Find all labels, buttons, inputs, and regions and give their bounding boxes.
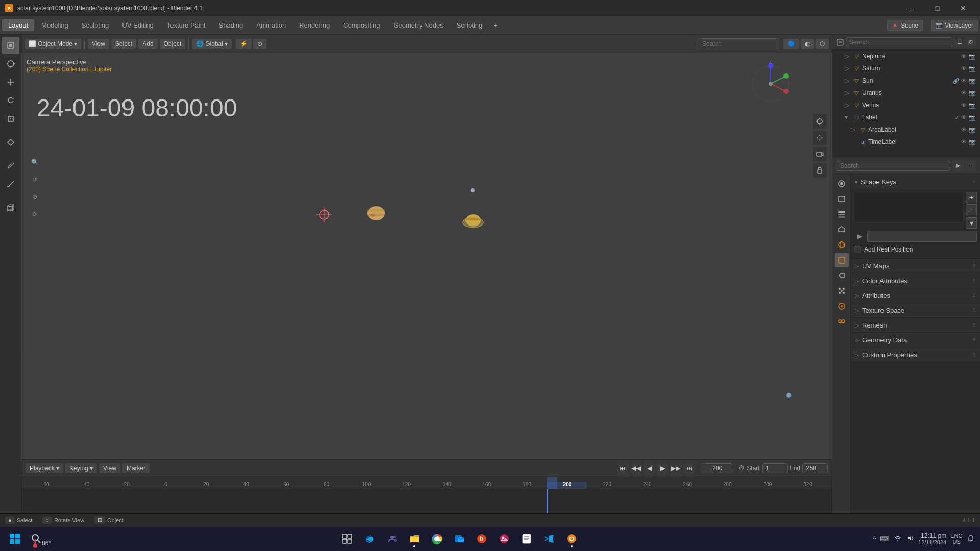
jump-to-start-button[interactable]: ⏮ xyxy=(617,463,628,474)
timeline-view-button[interactable]: View xyxy=(99,463,120,473)
photos-button[interactable] xyxy=(495,529,514,548)
wifi-icon[interactable] xyxy=(894,534,902,544)
object-mode-dropdown[interactable]: ⬜ Object Mode ▾ xyxy=(24,39,81,49)
end-frame-input[interactable] xyxy=(802,463,828,473)
outlook-button[interactable] xyxy=(450,529,469,548)
add-menu-button[interactable]: Add xyxy=(138,39,157,49)
workspace-tab-modeling[interactable]: Modeling xyxy=(35,19,75,31)
visibility-icon[interactable]: 👁 xyxy=(961,114,967,120)
render-icon[interactable]: 📷 xyxy=(969,139,976,145)
visibility-icon[interactable]: 👁 xyxy=(961,90,967,96)
current-frame-display[interactable]: 200 xyxy=(702,463,732,473)
remesh-header[interactable]: ▷ Remesh ⠿ xyxy=(851,318,980,332)
outliner-item-saturn[interactable]: ▷ ▽ Saturn 👁 📷 xyxy=(832,62,980,74)
edge-button[interactable] xyxy=(360,529,379,548)
scene-props-button[interactable] xyxy=(835,222,849,237)
workspace-tab-layout[interactable]: Layout xyxy=(2,19,34,31)
play-button[interactable]: ▶ xyxy=(657,463,668,474)
particle-props-button[interactable] xyxy=(835,284,849,298)
outliner-options-button[interactable]: ⚙ xyxy=(966,37,976,47)
attributes-header[interactable]: ▷ Attributes ⠿ xyxy=(851,288,980,303)
scene-selector[interactable]: 🔺 Scene xyxy=(887,20,923,31)
move-tool-button[interactable] xyxy=(2,73,19,91)
texture-space-header[interactable]: ▷ Texture Space ⠿ xyxy=(851,303,980,317)
search-input[interactable] xyxy=(698,38,779,49)
add-cube-button[interactable] xyxy=(2,199,19,216)
outliner-filter-button[interactable]: ☰ xyxy=(954,37,965,47)
timeline-ruler[interactable]: -60 -40 -20 0 20 40 60 80 100 120 140 16… xyxy=(21,477,832,489)
snap-button[interactable]: ⚡ xyxy=(236,39,252,49)
vscode-button[interactable] xyxy=(540,529,559,548)
bing-button[interactable]: b xyxy=(472,529,492,548)
render-icon[interactable]: 📷 xyxy=(969,102,976,109)
play-backwards-button[interactable]: ◀◀ xyxy=(630,463,642,474)
shape-keys-scrub[interactable] xyxy=(867,231,977,242)
constraint-props-button[interactable] xyxy=(835,314,849,329)
shape-keys-header[interactable]: ▾ Shape Keys ⠿ xyxy=(851,174,980,189)
visibility-icon[interactable]: 👁 xyxy=(961,65,967,71)
properties-search-input[interactable] xyxy=(837,161,950,171)
render-icon[interactable]: 📷 xyxy=(969,90,976,96)
jump-to-end-button[interactable]: ⏭ xyxy=(683,463,695,474)
playback-menu-button[interactable]: Playback ▾ xyxy=(26,463,63,473)
remove-shape-key-button[interactable]: − xyxy=(966,204,977,215)
file-explorer-button[interactable] xyxy=(405,529,424,548)
cursor-tool-button[interactable] xyxy=(2,55,19,72)
color-attributes-header[interactable]: ▷ Color Attributes ⠿ xyxy=(851,273,980,288)
outliner-item-uranus[interactable]: ▷ ▽ Uranus 👁 📷 xyxy=(832,87,980,99)
start-button[interactable] xyxy=(5,529,24,548)
render-icon[interactable]: 📷 xyxy=(969,114,976,121)
uv-maps-header[interactable]: ▷ UV Maps ⠿ xyxy=(851,259,980,273)
annotate-tool-button[interactable] xyxy=(2,157,19,174)
render-icon[interactable]: 📷 xyxy=(969,127,976,133)
close-button[interactable]: ✕ xyxy=(951,0,975,16)
outliner-item-neptune[interactable]: ▷ ▽ Neptune 👁 📷 xyxy=(832,50,980,62)
workspace-tab-rendering[interactable]: Rendering xyxy=(293,19,336,31)
select-tool-button[interactable] xyxy=(2,37,19,54)
notification-button[interactable] xyxy=(967,534,975,544)
visibility-icon[interactable]: 👁 xyxy=(961,78,967,84)
custom-properties-header[interactable]: ▷ Custom Properties ⠿ xyxy=(851,347,980,362)
keyboard-icon[interactable]: ⌨ xyxy=(880,535,890,543)
render-icon[interactable]: 📷 xyxy=(969,65,976,72)
system-time[interactable]: 12:11 pm 12/11/2024 xyxy=(918,532,946,545)
render-icon[interactable]: 📷 xyxy=(969,78,976,84)
check-icon[interactable]: ✓ xyxy=(955,115,959,120)
scale-tool-button[interactable] xyxy=(2,110,19,128)
output-props-button[interactable] xyxy=(835,192,849,206)
chrome-button[interactable] xyxy=(427,529,447,548)
keying-menu-button[interactable]: Keying ▾ xyxy=(65,463,97,473)
render-icon[interactable]: 📷 xyxy=(969,53,976,60)
teams-button[interactable] xyxy=(382,529,402,548)
object-menu-button[interactable]: Object xyxy=(160,39,186,49)
workspace-tab-scripting[interactable]: Scripting xyxy=(451,19,489,31)
transform-icon[interactable]: ⟳ xyxy=(28,207,42,221)
outliner-search-input[interactable] xyxy=(846,37,952,47)
start-frame-input[interactable] xyxy=(762,463,788,473)
render-props-button[interactable] xyxy=(835,177,849,191)
select-menu-button[interactable]: Select xyxy=(111,39,136,49)
props-expand-button[interactable]: ⋯ xyxy=(965,160,976,171)
volume-icon[interactable] xyxy=(906,534,914,544)
workspace-tab-geometry-nodes[interactable]: Geometry Nodes xyxy=(387,19,449,31)
workspace-tab-animation[interactable]: Animation xyxy=(250,19,292,31)
transform-tool-button[interactable] xyxy=(2,134,19,151)
shape-keys-more-button[interactable]: ▾ xyxy=(966,217,977,229)
scale-icon[interactable]: ⊕ xyxy=(28,190,42,204)
outliner-item-label[interactable]: ▾ □ Label ✓ 👁 📷 xyxy=(832,111,980,123)
outliner-item-venus[interactable]: ▷ ▽ Venus 👁 📷 xyxy=(832,99,980,111)
outliner-item-arealabel[interactable]: ▷ ▽ AreaLabel 👁 📷 xyxy=(832,123,980,136)
camera-perspective-button[interactable] xyxy=(813,147,827,161)
task-view-button[interactable] xyxy=(337,529,357,548)
zoom-icon[interactable]: 🔍 xyxy=(28,155,42,169)
outliner-item-sun[interactable]: ▷ ▽ Sun 🔗 👁 📷 xyxy=(832,74,980,87)
step-forward-button[interactable]: ▶▶ xyxy=(670,463,681,474)
workspace-tab-shading[interactable]: Shading xyxy=(213,19,250,31)
marker-button[interactable]: Marker xyxy=(122,463,150,473)
add-shape-key-button[interactable]: + xyxy=(966,192,977,203)
workspace-tab-uv-editing[interactable]: UV Editing xyxy=(116,19,159,31)
physics-props-button[interactable] xyxy=(835,299,849,313)
lock-camera-button[interactable] xyxy=(813,163,827,178)
add-rest-position-checkbox[interactable] xyxy=(854,246,861,253)
maximize-button[interactable]: □ xyxy=(926,0,949,16)
